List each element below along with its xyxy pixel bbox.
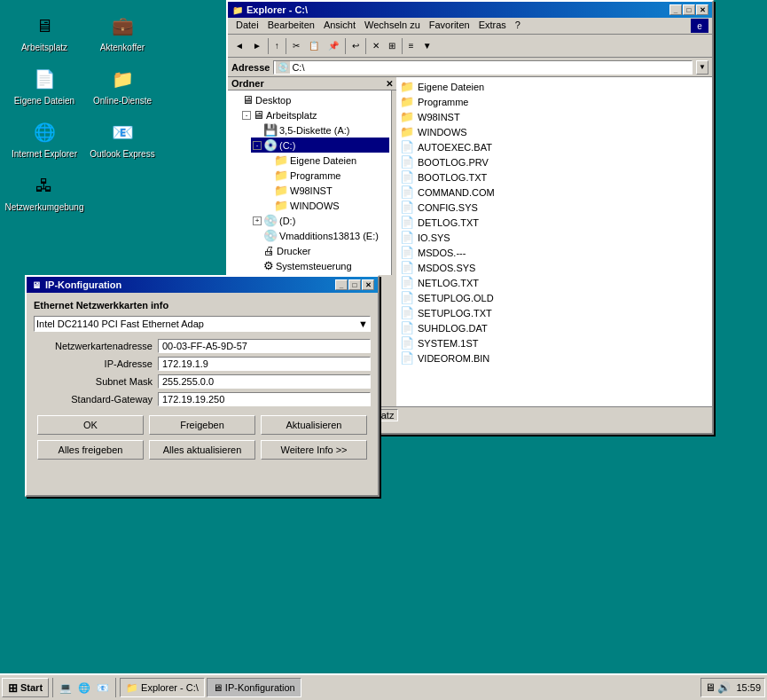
tree-item-c-drive[interactable]: - 💿 (C:)	[251, 138, 389, 153]
desktop-icon-ie[interactable]: 🌐 Internet Explorer	[9, 115, 80, 161]
tree-item-systemsteuerung[interactable]: ⚙ Systemsteuerung	[251, 258, 389, 273]
desktop-icon-netzwerk[interactable]: 🖧 Netzwerkumgebung	[9, 169, 80, 215]
file-item-config[interactable]: 📄 CONFIG.SYS	[398, 200, 710, 215]
file-item-system1st[interactable]: 📄 SYSTEM.1ST	[398, 335, 710, 350]
tray-network-icon: 🖥	[705, 681, 716, 682]
file-item-suhdlog[interactable]: 📄 SUHDLOG.DAT	[398, 320, 710, 335]
file-item-setuplog-old[interactable]: 📄 SETUPLOG.OLD	[398, 290, 710, 305]
dropdown-arrow-icon-ip: ▼	[358, 319, 368, 329]
ip-buttons-row1: OK Freigeben Aktualisieren	[34, 415, 371, 435]
ip-maximize-button[interactable]: □	[348, 279, 361, 290]
tree-item-programme[interactable]: 📁 Programme	[262, 168, 389, 183]
tree-item-desktop[interactable]: 🖥 Desktop	[230, 92, 389, 107]
gateway-label: Standard-Gateway	[34, 394, 158, 405]
ip-ok-button[interactable]: OK	[37, 415, 144, 435]
ip-alles-aktualisieren-button[interactable]: Alles aktualisieren	[149, 440, 255, 460]
desktop-icon-outlook[interactable]: 📧 Outlook Express	[87, 115, 158, 161]
file-icon-6: 📄	[400, 216, 414, 229]
programme-icon: 📁	[274, 169, 288, 182]
system-tray: 🖥 🔊 15:59	[700, 678, 765, 682]
file-item-msdos-dash[interactable]: 📄 MSDOS.---	[398, 245, 710, 260]
ip-buttons-row2: Alles freigeben Alles aktualisieren Weit…	[34, 440, 371, 460]
start-windows-icon: ⊞	[8, 681, 18, 683]
desktop-icon-online-dienste[interactable]: 📁 Online-Dienste	[87, 83, 158, 108]
netzwerk-icon: 🖧	[30, 171, 59, 200]
expand-icon[interactable]: -	[242, 111, 251, 120]
outlook-label: Outlook Express	[90, 149, 154, 159]
start-button[interactable]: ⊞ Start	[2, 678, 49, 682]
desktop-area: 🖥 Arbeitsplatz 💼 Aktenkoffer 📄 Eigene Da…	[0, 83, 767, 682]
folder-icon-3: 📁	[400, 110, 414, 123]
ip-label: IP-Adresse	[34, 358, 158, 369]
w98inst-icon: 📁	[274, 184, 288, 197]
file-icon-11: 📄	[400, 291, 414, 304]
taskbar-explorer-icon: 📁	[126, 682, 138, 683]
file-item-videorom[interactable]: 📄 VIDEOROM.BIN	[398, 350, 710, 366]
taskbar-item-explorer[interactable]: 📁 Explorer - C:\	[120, 678, 205, 682]
tree-item-vmadditions[interactable]: 💿 Vmadditions13813 (E:)	[251, 228, 389, 243]
mac-value: 00-03-FF-A5-9D-57	[158, 339, 371, 353]
ip-freigeben-button[interactable]: Freigeben	[149, 415, 255, 435]
folder-panel-close-button[interactable]: ✕	[386, 83, 393, 89]
arbeitsplatz-tree-icon: 🖥	[253, 108, 264, 122]
desktop-icon-eigene-dateien[interactable]: 📄 Eigene Dateien	[9, 83, 80, 108]
file-item-netlog[interactable]: 📄 NETLOG.TXT	[398, 275, 710, 290]
systemsteuerung-icon: ⚙	[263, 259, 274, 272]
folder-icon-4: 📁	[400, 125, 414, 138]
folder-icon-2: 📁	[400, 95, 414, 108]
ip-close-button[interactable]: ✕	[362, 279, 374, 290]
quick-launch-icon1[interactable]: 💻	[57, 678, 74, 682]
ip-field-subnet: Subnet Mask 255.255.0.0	[34, 374, 371, 389]
file-icon-3: 📄	[400, 170, 414, 184]
file-item-bootlog-txt[interactable]: 📄 BOOTLOG.TXT	[398, 169, 710, 185]
diskette-icon: 💾	[263, 123, 278, 137]
quick-launch-icon3[interactable]: 📧	[94, 678, 112, 682]
folder-panel-header: Ordner ✕	[228, 83, 396, 90]
ip-value: 172.19.1.9	[158, 357, 371, 371]
file-item-windows[interactable]: 📁 WINDOWS	[398, 124, 710, 139]
ip-dialog-icon: 🖥	[30, 279, 43, 291]
tree-item-drucker[interactable]: 🖨 Drucker	[251, 243, 389, 258]
ip-adapter-dropdown[interactable]: Intel DC21140 PCI Fast Ethernet Adap ▼	[34, 316, 371, 332]
file-item-eigene-dateien[interactable]: 📁 Eigene Dateien	[398, 83, 710, 94]
ip-aktualisieren-button[interactable]: Aktualisieren	[261, 415, 367, 435]
file-list[interactable]: 📁 Eigene Dateien 📁 Programme 📁 W98INST	[396, 83, 712, 406]
ip-minimize-button[interactable]: _	[335, 279, 348, 290]
ip-weitere-info-button[interactable]: Weitere Info >>	[261, 440, 367, 460]
ip-dialog-controls: _ □ ✕	[335, 279, 374, 290]
file-item-msdos-sys[interactable]: 📄 MSDOS.SYS	[398, 260, 710, 275]
c-expand-icon[interactable]: -	[253, 141, 262, 150]
tree-item-d-drive[interactable]: + 💿 (D:)	[251, 213, 389, 228]
vmadditions-icon: 💿	[263, 229, 278, 242]
file-item-bootlog-prv[interactable]: 📄 BOOTLOG.PRV	[398, 154, 710, 169]
file-item-io[interactable]: 📄 IO.SYS	[398, 230, 710, 245]
tree-item-w98inst[interactable]: 📁 W98INST	[262, 183, 389, 198]
tree-item-arbeitsplatz[interactable]: - 🖥 Arbeitsplatz	[240, 107, 389, 122]
file-icon-12: 📄	[400, 306, 414, 319]
folder-tree[interactable]: 🖥 Desktop - 🖥 Arbeitsplatz 💾	[228, 90, 392, 275]
netzwerk-label: Netzwerkumgebung	[5, 202, 84, 212]
desktop-tree-icon: 🖥	[242, 93, 254, 106]
d-expand-icon[interactable]: +	[253, 216, 262, 225]
ie-label: Internet Explorer	[12, 149, 77, 159]
taskbar-item-ip[interactable]: 🖥 IP-Konfiguration	[207, 678, 301, 682]
ip-field-mac: Netzwerkartenadresse 00-03-FF-A5-9D-57	[34, 339, 371, 353]
file-icon-1: 📄	[400, 140, 414, 153]
quick-launch-icon2[interactable]: 🌐	[75, 678, 93, 682]
tree-item-eigene-dateien[interactable]: 📁 Eigene Dateien	[262, 153, 389, 168]
windows-icon: 📁	[274, 199, 288, 212]
file-icon-13: 📄	[400, 321, 414, 334]
file-item-autoexec[interactable]: 📄 AUTOEXEC.BAT	[398, 139, 710, 154]
ip-alles-freigeben-button[interactable]: Alles freigeben	[37, 440, 144, 460]
ie-main-content: "Win98" Remote Control Remote Control ▼ …	[0, 83, 767, 682]
file-item-detlog[interactable]: 📄 DETLOG.TXT	[398, 215, 710, 230]
file-item-command[interactable]: 📄 COMMAND.COM	[398, 185, 710, 200]
tree-item-diskette[interactable]: 💾 3,5-Diskette (A:)	[251, 122, 389, 138]
file-item-w98inst[interactable]: 📁 W98INST	[398, 109, 710, 124]
file-icon-7: 📄	[400, 231, 414, 244]
tree-item-windows[interactable]: 📁 WINDOWS	[262, 198, 389, 213]
file-item-programme[interactable]: 📁 Programme	[398, 94, 710, 109]
ip-field-ip: IP-Adresse 172.19.1.9	[34, 357, 371, 371]
file-item-setuplog-txt[interactable]: 📄 SETUPLOG.TXT	[398, 305, 710, 320]
file-icon-4: 📄	[400, 185, 414, 199]
